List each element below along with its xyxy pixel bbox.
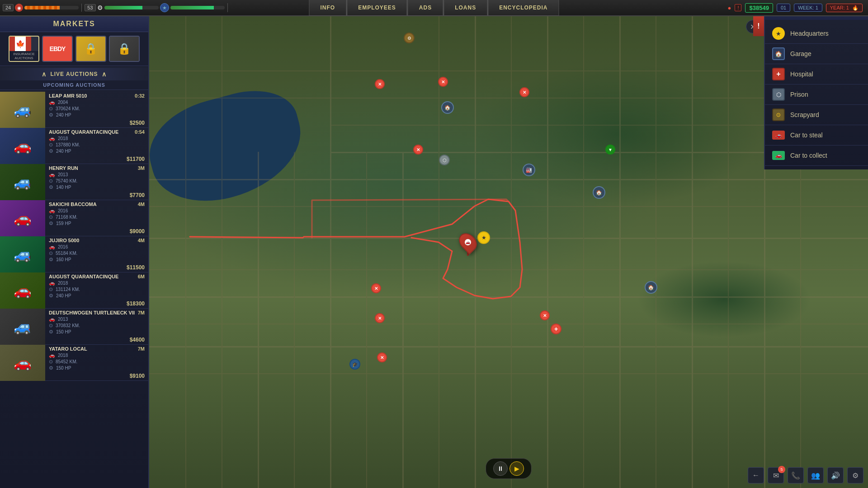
auction-hp-row-7: ⚙ 150 HP xyxy=(49,365,145,371)
car-collect-visual: 🚗 xyxy=(772,151,785,160)
marker-x-2[interactable]: ✕ xyxy=(438,77,448,87)
auction-item-1[interactable]: 🚗 AUGUST QUARANTACINQUE 0:54 🚗 2018 ⊙ 13… xyxy=(0,128,148,164)
auction-timer-2: 3M xyxy=(138,165,145,171)
people-button[interactable]: 👥 xyxy=(807,467,824,483)
marker-x-3[interactable]: ✕ xyxy=(519,87,529,97)
markets-header: MARKETS xyxy=(0,16,148,32)
play-button[interactable]: ▶ xyxy=(509,461,524,476)
marker-hospital[interactable]: + xyxy=(551,324,561,334)
auction-price-row-0: $2500 xyxy=(49,120,145,126)
auction-year-row-6: 🚗 2013 xyxy=(49,316,145,322)
auctions-section: ∧ LIVE AUCTIONS ∧ UPCOMING AUCTIONS xyxy=(0,66,148,92)
market-icon-ebay[interactable]: EBDY xyxy=(42,36,73,62)
auction-name-4: JUJIRO 5000 xyxy=(49,238,79,243)
engine-icon-7: ⚙ xyxy=(49,365,53,371)
nav-info[interactable]: INFO xyxy=(309,0,346,16)
auction-name-6: DEUTSCHWOGEN TURTLENECK VII xyxy=(49,310,135,315)
auction-item-6[interactable]: 🚙 DEUTSCHWOGEN TURTLENECK VII 7M 🚗 2013 … xyxy=(0,309,148,345)
market-icon-locked[interactable]: 🔒 xyxy=(109,36,140,62)
auction-year-2: 2013 xyxy=(58,172,68,177)
marker-x-6[interactable]: ✕ xyxy=(375,313,385,323)
auction-year-7: 2018 xyxy=(58,353,68,358)
auction-timer-7: 7M xyxy=(138,346,145,352)
map-area[interactable]: ★ ✕ ✕ ✕ ✕ ✕ ✕ ✕ ✕ ✕ ▼ ⬡ + 🏠 🏭 🏠 🏠 🎓 ⚙ 🚗 … xyxy=(149,16,868,488)
auction-thumb-6: 🚙 xyxy=(0,309,45,345)
auction-price-row-5: $18300 xyxy=(49,300,145,307)
auction-name-row-7: YATARO LOCAL 7M xyxy=(49,346,145,352)
legend-item-hospital[interactable]: + Hospital xyxy=(765,64,868,84)
auction-hp-5: 240 HP xyxy=(56,293,71,298)
market-icon-market[interactable]: 🔒 MARKET xyxy=(75,36,106,62)
auction-km-2: 75740 KM. xyxy=(56,178,77,183)
marker-headquarters[interactable]: ★ xyxy=(477,231,490,244)
legend-items-list: ★ Headquarters 🏠 Garage + Hospital ⬡ Pri… xyxy=(765,20,868,169)
car-icon-0: 🚗 xyxy=(49,99,55,105)
auction-item-3[interactable]: 🚗 SAKICHI BACCOMA 4M 🚗 2016 ⊙ 71168 KM. xyxy=(0,200,148,236)
main-car-pin[interactable]: 🚗 xyxy=(460,232,476,256)
auction-details-1: 🚗 2018 ⊙ 137880 KM. ⚙ 240 HP xyxy=(49,136,145,154)
collapse-arrow-right[interactable]: ∧ xyxy=(102,70,107,78)
auction-km-row-1: ⊙ 137880 KM. xyxy=(49,142,145,148)
marker-scrapyard[interactable]: ⚙ xyxy=(404,33,415,43)
legend-item-garage[interactable]: 🏠 Garage xyxy=(765,44,868,64)
auction-item-2[interactable]: 🚙 HENRY RUN 3M 🚗 2013 ⊙ 75740 KM. xyxy=(0,164,148,200)
car-icon-7: 🚗 xyxy=(49,352,55,358)
auction-hp-row-3: ⚙ 159 HP xyxy=(49,221,145,226)
legend-item-prison[interactable]: ⬡ Prison xyxy=(765,84,868,105)
legend-item-carcollect[interactable]: 🚗 Car to collect xyxy=(765,145,868,166)
legend-carsteal-label: Car to steal xyxy=(790,131,823,139)
marker-x-1[interactable]: ✕ xyxy=(375,79,385,89)
auction-km-row-6: ⊙ 370832 KM. xyxy=(49,323,145,328)
marker-x-5[interactable]: ✕ xyxy=(371,283,381,293)
market-icon-insurance[interactable]: 🍁 INSURANCEAUCTIONS xyxy=(9,36,39,62)
marker-building-4[interactable]: 🏠 xyxy=(645,281,657,294)
legend-item-scrapyard[interactable]: ⚙ Scrapyard xyxy=(765,105,868,125)
legend-item-carsteal[interactable]: 🚗 Car to steal xyxy=(765,125,868,145)
marker-building-1[interactable]: 🏠 xyxy=(441,101,454,114)
auction-km-7: 85452 KM. xyxy=(56,359,77,364)
collapse-arrow-left[interactable]: ∧ xyxy=(42,70,47,78)
left-panel: MARKETS 🍁 INSURANCEAUCTIONS EBDY 🔒 MARKE… xyxy=(0,16,149,488)
live-auctions-header: ∧ LIVE AUCTIONS ∧ xyxy=(0,68,148,80)
nav-employees[interactable]: EMPLOYEES xyxy=(347,0,407,16)
settings-button[interactable]: ⚙ xyxy=(847,467,863,483)
marker-building-3[interactable]: 🏠 xyxy=(593,186,605,199)
auction-thumb-0: 🚙 xyxy=(0,92,45,128)
phone-button[interactable]: 📞 xyxy=(788,467,804,483)
auction-km-1: 137880 KM. xyxy=(56,142,80,147)
marker-prison[interactable]: ⬡ xyxy=(439,155,450,165)
auction-item-7[interactable]: 🚗 YATARO LOCAL 7M 🚗 2018 ⊙ 85452 KM. xyxy=(0,345,148,381)
num-badge-1: 24 xyxy=(3,4,14,11)
auction-hp-6: 150 HP xyxy=(56,329,71,334)
marker-x-8[interactable]: ✕ xyxy=(540,310,550,320)
legend-item-headquarters[interactable]: ★ Headquarters xyxy=(765,23,868,44)
pause-button[interactable]: ⏸ xyxy=(493,461,508,476)
nav-loans[interactable]: LOANS xyxy=(443,0,487,16)
exclamation-button[interactable]: ! xyxy=(753,16,764,36)
auction-name-row-1: AUGUST QUARANTACINQUE 0:54 xyxy=(49,129,145,135)
marker-x-4[interactable]: ✕ xyxy=(413,145,423,155)
odometer-icon-0: ⊙ xyxy=(49,106,53,112)
marker-school[interactable]: 🎓 xyxy=(349,359,360,370)
progress-bar-2 xyxy=(104,6,159,9)
auction-thumb-5: 🚗 xyxy=(0,272,45,309)
auction-details-0: 🚗 2004 ⊙ 370624 KM. ⚙ 240 HP xyxy=(49,99,145,118)
back-button[interactable]: ← xyxy=(748,467,764,483)
marker-car-collect-1[interactable]: ▼ xyxy=(605,145,615,155)
auction-hp-4: 160 HP xyxy=(56,257,71,262)
auction-item-4[interactable]: 🚙 JUJIRO 5000 4M 🚗 2016 ⊙ 55184 KM. xyxy=(0,236,148,272)
legend-hq-icon: ★ xyxy=(772,27,785,40)
marker-x-7[interactable]: ✕ xyxy=(377,352,387,362)
top-segment-1: 24 ◉ xyxy=(0,4,82,12)
legend-hospital-label: Hospital xyxy=(790,70,813,78)
marker-building-2[interactable]: 🏭 xyxy=(523,164,535,176)
nav-encyclopedia[interactable]: ENCYCLOPEDIA xyxy=(488,0,559,16)
auction-item-5[interactable]: 🚗 AUGUST QUARANTACINQUE 6M 🚗 2018 ⊙ 1311… xyxy=(0,272,148,309)
auction-price-7: $9100 xyxy=(130,373,145,379)
legend-garage-label: Garage xyxy=(790,50,811,57)
auction-item-0[interactable]: 🚙 LEAP AMR 5010 0:32 🚗 2004 ⊙ 370624 KM. xyxy=(0,92,148,128)
legend-panel: i LEGEND ★ Headquarters 🏠 Garage + Hospi… xyxy=(764,0,868,169)
volume-button[interactable]: 🔊 xyxy=(827,467,844,483)
nav-ads[interactable]: ADS xyxy=(408,0,443,16)
mail-button[interactable]: ✉ 5 xyxy=(768,467,784,483)
